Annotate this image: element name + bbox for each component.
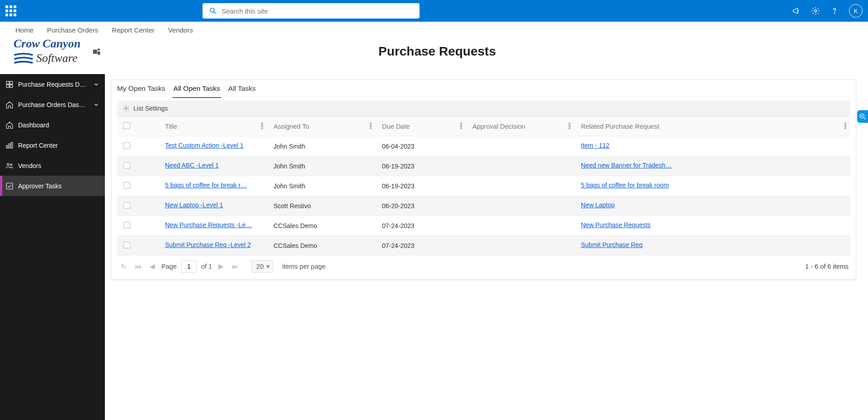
sidebar-item-report-center[interactable]: Report Center: [0, 135, 105, 155]
checkbox-icon[interactable]: [123, 122, 130, 129]
row-checkbox[interactable]: [123, 162, 130, 169]
search-input[interactable]: [217, 7, 413, 15]
svg-rect-6: [6, 81, 9, 84]
col-blank: [138, 117, 159, 136]
pager: ↻ ⏮ ◀ Page of 1 ▶ ⏭ 20 ▾ items per page …: [112, 256, 856, 279]
sidebar-item-approver-tasks[interactable]: Approver Tasks: [0, 176, 105, 196]
sidebar: Purchase Requests Dashb Purchase Orders …: [0, 74, 105, 420]
table-row: Need ABC -Level 1John Smith06-19-2023Nee…: [117, 156, 850, 176]
column-menu-icon[interactable]: •••: [369, 122, 372, 130]
col-related-purchase-request[interactable]: Related Purchase Request•••: [575, 117, 850, 136]
prev-page-icon[interactable]: ◀: [148, 263, 157, 270]
related-request-link[interactable]: Item - 112: [581, 142, 609, 149]
column-menu-icon[interactable]: •••: [568, 122, 571, 130]
task-title-link[interactable]: Submit Purchase Req -Level 2: [165, 241, 251, 248]
row-checkbox[interactable]: [123, 242, 130, 248]
svg-point-3: [834, 13, 835, 13]
task-title-link[interactable]: New Laptop -Level 1: [165, 201, 223, 209]
due-date-cell: 06-19-2023: [376, 176, 466, 196]
row-checkbox[interactable]: [123, 202, 130, 209]
logo-text-1: Crow Canyon: [14, 37, 80, 50]
col-assigned-to[interactable]: Assigned To•••: [267, 117, 376, 136]
sidebar-item-label: Dashboard: [18, 121, 99, 129]
related-request-link[interactable]: Submit Purchase Req: [581, 241, 642, 248]
banner-row: Crow Canyon Software Purchase Requests: [0, 35, 868, 74]
related-request-link[interactable]: Need new Banner for Tradesh…: [581, 162, 672, 169]
sidebar-item-label: Approver Tasks: [18, 182, 99, 190]
tab-all-open-tasks[interactable]: All Open Tasks: [173, 84, 221, 98]
task-title-link[interactable]: New Purchase Requests -Le…: [165, 221, 252, 229]
table-row: New Purchase Requests -Le…CCSales Demo07…: [117, 216, 850, 236]
svg-rect-15: [6, 183, 13, 189]
row-checkbox[interactable]: [123, 142, 130, 149]
assigned-to-cell: John Smith: [267, 156, 376, 176]
col-title[interactable]: Title•••: [159, 117, 267, 136]
nav-home[interactable]: Home: [15, 26, 33, 34]
assigned-to-cell: CCSales Demo: [267, 236, 376, 256]
sidebar-item-vendors[interactable]: Vendors: [0, 155, 105, 176]
top-actions: K: [792, 4, 863, 18]
megaphone-icon[interactable]: [792, 6, 801, 15]
approval-decision-cell: [466, 196, 575, 216]
logo-wave-icon: [14, 51, 33, 66]
sidebar-item-label: Purchase Orders Dashbo: [18, 101, 89, 108]
last-page-icon[interactable]: ⏭: [230, 263, 241, 270]
task-title-link[interactable]: Test Custom Action -Level 1: [165, 142, 244, 149]
row-checkbox[interactable]: [123, 222, 130, 229]
svg-point-0: [210, 8, 214, 12]
user-avatar[interactable]: K: [849, 4, 863, 18]
people-icon: [5, 162, 14, 170]
help-float-badge[interactable]: [857, 110, 868, 123]
site-logo[interactable]: Crow Canyon Software: [14, 37, 80, 66]
search-container: [203, 3, 420, 19]
table-row: New Laptop -Level 1Scott Restivo06-20-20…: [117, 196, 850, 216]
nav-vendors[interactable]: Vendors: [168, 26, 193, 34]
list-settings-bar[interactable]: List Settings: [117, 101, 850, 116]
nav-purchase-orders[interactable]: Purchase Orders: [47, 26, 98, 34]
chevron-down-icon: [93, 102, 99, 108]
sidebar-item-label: Purchase Requests Dashb: [18, 81, 89, 88]
next-page-icon[interactable]: ▶: [217, 263, 226, 270]
column-menu-icon[interactable]: •••: [261, 122, 264, 130]
sidebar-item-label: Report Center: [18, 142, 99, 149]
app-launcher-icon[interactable]: [5, 5, 16, 16]
sidebar-item-purchase-requests-dashboard[interactable]: Purchase Requests Dashb: [0, 74, 105, 94]
task-title-link[interactable]: 5 bags of coffee for break r…: [165, 182, 247, 189]
items-per-page-select[interactable]: 20 ▾: [251, 260, 273, 273]
column-menu-icon[interactable]: •••: [844, 122, 847, 130]
column-menu-icon[interactable]: •••: [460, 122, 462, 130]
related-request-link[interactable]: 5 bags of coffee for break room: [581, 182, 669, 189]
home-icon: [5, 121, 14, 129]
content-area: My Open Tasks All Open Tasks All Tasks L…: [105, 74, 868, 420]
table-row: Submit Purchase Req -Level 2CCSales Demo…: [117, 236, 850, 256]
logo-text-2: Software: [36, 51, 77, 65]
first-page-icon[interactable]: ⏮: [133, 263, 143, 270]
svg-line-1: [214, 12, 216, 14]
help-icon[interactable]: [830, 6, 839, 15]
sidebar-item-dashboard[interactable]: Dashboard: [0, 115, 105, 135]
chevron-down-icon: [93, 81, 99, 88]
svg-point-16: [125, 107, 127, 109]
sidebar-item-purchase-orders-dashboard[interactable]: Purchase Orders Dashbo: [0, 94, 105, 115]
tab-all-tasks[interactable]: All Tasks: [227, 84, 257, 98]
related-request-link[interactable]: New Purchase Requests: [581, 221, 651, 229]
approval-decision-cell: [466, 236, 575, 256]
search-icon: [209, 7, 217, 15]
page-number-input[interactable]: [181, 260, 197, 273]
col-approval-decision[interactable]: Approval Decision•••: [466, 117, 575, 136]
approval-decision-cell: [466, 176, 575, 196]
col-due-date[interactable]: Due Date•••: [376, 117, 466, 136]
teams-icon[interactable]: [92, 47, 101, 56]
svg-point-2: [815, 10, 817, 12]
global-top-bar: K: [0, 0, 868, 22]
refresh-icon[interactable]: ↻: [119, 263, 128, 270]
home-icon: [5, 101, 14, 109]
col-select-all[interactable]: [117, 117, 138, 136]
gear-icon[interactable]: [811, 6, 820, 15]
related-request-link[interactable]: New Laptop: [581, 201, 615, 209]
tab-my-open-tasks[interactable]: My Open Tasks: [116, 84, 166, 98]
task-title-link[interactable]: Need ABC -Level 1: [165, 162, 219, 169]
search-box[interactable]: [203, 3, 420, 19]
row-checkbox[interactable]: [123, 182, 130, 189]
nav-report-center[interactable]: Report Center: [112, 26, 154, 34]
